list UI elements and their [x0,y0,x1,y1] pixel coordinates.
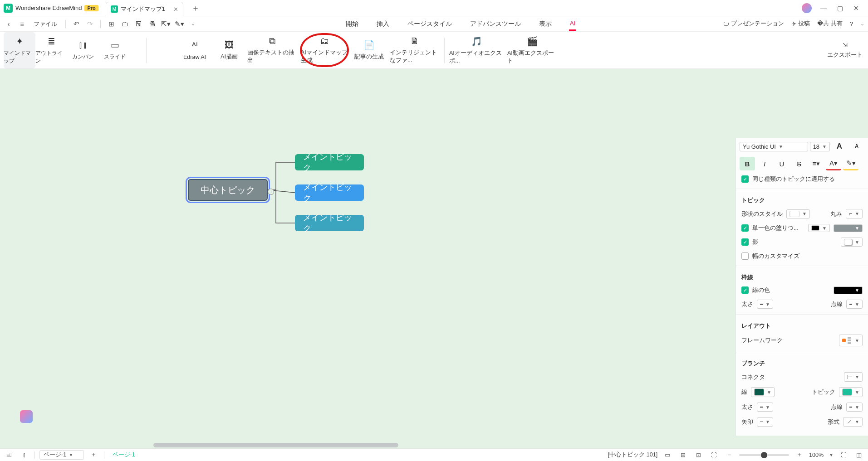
zoom-knob[interactable] [761,452,767,458]
bold-button[interactable]: B [740,157,755,170]
center-topic-node[interactable]: 中心トピック [188,179,268,201]
save-icon[interactable]: 🖫 [133,19,143,29]
fill-color-select[interactable]: ▼ [834,224,863,232]
decrease-font-icon[interactable]: A [849,140,864,153]
horizontal-scrollbar[interactable] [153,443,398,447]
ai-audio-button[interactable]: 🎵AIオーディオエクスポ... [449,34,504,67]
menu-icon[interactable]: ≡ [17,19,27,29]
view-slide[interactable]: ▭スライド [99,32,131,68]
undo-icon[interactable]: ↶ [71,19,81,29]
menu-advanced[interactable]: アドバンスツール [469,17,522,31]
main-topic-node-1[interactable]: メイントピック [295,154,364,170]
img-text-button[interactable]: ⧉画像テキストの抽出 [247,34,297,66]
redo-icon[interactable]: ↷ [85,19,95,29]
fit-icon[interactable]: ⛶ [708,450,719,460]
shadow-select[interactable]: ▼ [841,238,863,247]
branch-topic-color[interactable]: ▼ [839,387,863,397]
shadow-checkbox[interactable]: ✓ [741,238,749,246]
format-select[interactable]: ⟋▼ [843,417,863,427]
menu-start[interactable]: 開始 [345,17,359,31]
page-select[interactable]: ページ-1 ▼ [39,450,84,460]
thickness-select[interactable]: ▼ [757,300,773,309]
strike-button[interactable]: S [791,157,807,170]
canvas[interactable]: 中心トピック メイントピック メイントピック メイントピック [0,69,736,448]
maximize-icon[interactable]: ▢ [832,5,848,12]
branch-thick-select[interactable]: ▼ [757,403,773,412]
solid-fill-checkbox[interactable]: ✓ [741,224,749,232]
zoom-value[interactable]: 100% [809,452,824,458]
add-tab-button[interactable]: ＋ [191,3,200,14]
toggle-panel-icon[interactable]: ◫ [853,450,864,460]
view-mode-3-icon[interactable]: ⊡ [693,450,704,460]
ai-mindmap-gen-button[interactable]: 🗂AIマインドマップ生成 [301,34,348,66]
view-outline[interactable]: ≣アウトライン [35,32,67,68]
intelligent-button[interactable]: 🗎インテリジェントなファ... [390,34,440,66]
page-tab[interactable]: ページ-1 [109,451,139,459]
main-topic-node-3[interactable]: メイントピック [295,215,364,231]
presentation-button[interactable]: 🖵プレゼンテーション [723,20,784,28]
line-color-checkbox[interactable]: ✓ [741,286,749,294]
help-icon[interactable]: ? [850,21,853,27]
ai-video-button[interactable]: 🎬AI動画エクスポート [507,34,557,67]
file-menu[interactable]: ファイル [34,20,57,28]
width-custom-checkbox[interactable] [741,252,749,260]
menu-view[interactable]: 表示 [538,17,553,31]
line-color-select[interactable]: ▼ [834,286,863,294]
apply-same-checkbox[interactable]: ✓ [741,175,749,183]
print-icon[interactable]: 🖶 [147,19,157,29]
back-icon[interactable]: ‹ [4,19,14,29]
main-topic-node-2[interactable]: メイントピック [295,184,364,201]
fullscreen-icon[interactable]: ⛶ [838,450,849,460]
export-button[interactable]: ⇲エクスポート [827,42,863,59]
user-avatar[interactable] [802,3,812,13]
add-page-button[interactable]: ＋ [88,450,99,460]
document-tab[interactable]: M マインドマップ1 ✕ [106,2,183,16]
dash-select[interactable]: ▼ [846,300,863,309]
edit-icon[interactable]: ✎▾ [174,19,184,29]
export-quick-icon[interactable]: ⇱▾ [161,19,171,29]
framework-select[interactable]: ▼ [839,335,863,346]
ai-draw-button[interactable]: 🖼AI描画 [215,34,244,66]
menu-insert[interactable]: 挿入 [376,17,390,31]
open-icon[interactable]: 🗀 [120,19,130,29]
menu-ai[interactable]: AI [569,17,577,31]
new-icon[interactable]: ⊞ [106,19,116,29]
post-button[interactable]: ✈投稿 [791,20,810,28]
more-icon[interactable]: ⌄ [188,19,198,29]
font-color-button[interactable]: A▾ [826,157,841,170]
highlight-button[interactable]: ✎▾ [843,157,858,170]
shape-style-select[interactable]: ▼ [786,209,810,218]
increase-font-icon[interactable]: A [832,140,847,153]
view-mode-1-icon[interactable]: ▭ [662,450,673,460]
close-tab-icon[interactable]: ✕ [173,6,178,13]
zoom-in-icon[interactable]: ＋ [794,450,804,460]
font-size-select[interactable]: 18▼ [810,142,830,151]
minimize-icon[interactable]: — [815,5,832,12]
edraw-ai-button[interactable]: ᴬᴵEdraw AI [178,34,211,66]
outline-toggle-icon[interactable]: ≡⃝ [4,450,15,460]
italic-button[interactable]: I [757,157,772,170]
align-button[interactable]: ≡▾ [809,157,824,170]
underline-button[interactable]: U [774,157,790,170]
close-window-icon[interactable]: ✕ [848,5,864,12]
branch-dash-select[interactable]: ▼ [846,403,863,412]
chevron-down-icon[interactable]: ⌄ [860,21,864,27]
connector-select[interactable]: ⊢▼ [844,372,863,382]
zoom-slider[interactable] [739,454,789,456]
font-family-select[interactable]: Yu Gothic UI▼ [740,142,808,151]
view-mode-2-icon[interactable]: ⊞ [677,450,688,460]
view-mindmap[interactable]: ✦マインドマップ [4,32,35,68]
branch-line-swatch [754,388,764,396]
panel-toggle-icon[interactable]: ⫿ [19,450,30,460]
fill-type-select[interactable]: ▼ [808,224,830,232]
share-button[interactable]: �共共有 [817,20,843,28]
view-kanban[interactable]: ⫿⫿カンバン [67,32,99,68]
assistant-icon[interactable] [20,410,33,423]
branch-line-color[interactable]: ▼ [751,387,775,397]
article-gen-button[interactable]: 📄記事の生成 [352,34,386,66]
rounding-select[interactable]: ⌐▼ [846,209,863,218]
zoom-out-icon[interactable]: − [724,450,735,460]
menu-pagestyle[interactable]: ページスタイル [407,17,453,31]
expand-port-icon[interactable] [268,189,274,195]
arrow-select[interactable]: ▼ [757,417,773,427]
